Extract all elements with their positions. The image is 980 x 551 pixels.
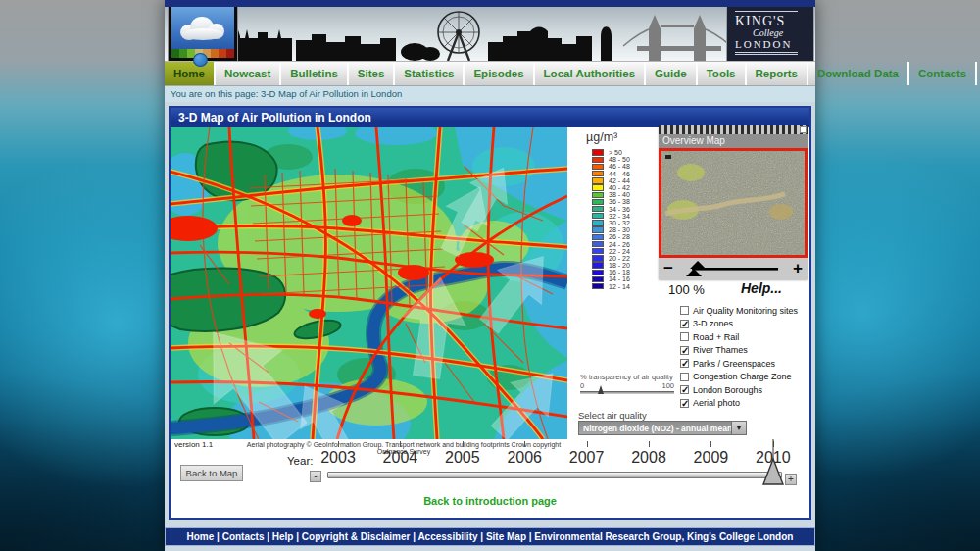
- dropdown-arrow-icon[interactable]: ▼: [732, 421, 747, 435]
- layer-label: London Boroughs: [693, 385, 762, 395]
- nav-item-episodes[interactable]: Episodes: [465, 62, 534, 85]
- legend-entry: 34 - 36: [592, 206, 630, 213]
- nav-item-nowcast[interactable]: Nowcast: [216, 62, 281, 85]
- checkbox-icon[interactable]: ✓: [680, 399, 689, 408]
- year-slider-handle[interactable]: [761, 439, 785, 486]
- year-2005[interactable]: 2005: [431, 449, 494, 467]
- zoom-out-button[interactable]: −: [663, 259, 673, 278]
- legend-value: 28 - 30: [609, 226, 630, 233]
- checkbox-icon[interactable]: ✓: [680, 359, 689, 368]
- year-2003[interactable]: 2003: [307, 449, 369, 467]
- layer-label: River Thames: [693, 345, 748, 355]
- layer-toggle-congestion-charge-zone[interactable]: Congestion Charge Zone: [680, 371, 798, 384]
- layer-label: Aerial photo: [693, 398, 740, 408]
- pollutant-dropdown[interactable]: Nitrogen dioxide (NO2) - annual mean ▼: [578, 421, 747, 435]
- legend-value: 16 - 18: [609, 269, 630, 276]
- year-2009[interactable]: 2009: [679, 449, 742, 467]
- legend-value: 24 - 26: [609, 241, 630, 248]
- back-to-introduction-link[interactable]: Back to introduction page: [171, 495, 809, 507]
- layer-label: Road + Rail: [693, 332, 739, 342]
- year-2004[interactable]: 2004: [368, 449, 431, 467]
- scale-segment: [179, 49, 187, 58]
- nav-item-guide[interactable]: Guide: [646, 62, 698, 85]
- nav-item-sites[interactable]: Sites: [349, 62, 396, 85]
- content-panel: 3-D Map of Air Pollution in London: [169, 106, 811, 520]
- legend-value: 22 - 24: [609, 248, 630, 255]
- version-label: version 1.1: [174, 440, 213, 449]
- legend-swatch: [592, 262, 604, 268]
- layer-label: Air Quality Monitoring sites: [693, 306, 798, 316]
- year-2007[interactable]: 2007: [556, 449, 618, 467]
- legend-swatch: [592, 164, 604, 170]
- year-step-forward-button[interactable]: +: [785, 474, 797, 485]
- checkbox-icon[interactable]: [680, 332, 689, 341]
- zoom-in-button[interactable]: +: [793, 259, 803, 278]
- nav-item-bulletins[interactable]: Bulletins: [281, 62, 349, 85]
- transparency-scale: 0 100: [580, 381, 674, 390]
- layer-toggle-london-boroughs[interactable]: ✓London Boroughs: [680, 383, 798, 397]
- zoom-slider[interactable]: [677, 260, 789, 277]
- checkbox-icon[interactable]: [680, 306, 689, 315]
- legend-swatch: [592, 276, 604, 282]
- pollution-map[interactable]: [171, 127, 567, 439]
- transparency-slider-handle[interactable]: [598, 385, 604, 394]
- legend-swatch: [592, 241, 604, 247]
- checkbox-icon[interactable]: ✓: [680, 346, 689, 355]
- checkbox-icon[interactable]: ✓: [680, 385, 689, 394]
- layer-toggle-aerial-photo[interactable]: ✓Aerial photo: [680, 397, 798, 411]
- nav-item-local-authorities[interactable]: Local Authorities: [535, 62, 647, 85]
- logo-line-2: College: [753, 27, 813, 38]
- checkbox-icon[interactable]: [680, 373, 689, 381]
- page-title: 3-D Map of Air Pollution in London: [171, 108, 809, 127]
- breadcrumb-text: You are on this page: 3-D Map of Air Pol…: [171, 88, 402, 99]
- legend-entry: 36 - 38: [592, 198, 630, 205]
- year-slider-track[interactable]: [327, 472, 782, 478]
- layer-toggle-river-thames[interactable]: ✓River Thames: [680, 344, 798, 358]
- year-tick: [463, 441, 464, 447]
- nav-item-tools[interactable]: Tools: [698, 62, 747, 85]
- nav-item-statistics[interactable]: Statistics: [395, 62, 465, 85]
- layer-toggle-road-rail[interactable]: Road + Rail: [680, 330, 798, 344]
- overview-map-thumbnail[interactable]: [659, 148, 808, 258]
- back-to-map-button[interactable]: Back to Map: [180, 465, 243, 481]
- overview-map-panel: Overview Map: [659, 125, 808, 279]
- year-2006[interactable]: 2006: [493, 449, 556, 467]
- legend-swatch: [592, 283, 604, 289]
- pollutant-selected-value: Nitrogen dioxide (NO2) - annual mean: [578, 421, 732, 435]
- legend-entry: 22 - 24: [592, 248, 630, 255]
- legend-swatch: [592, 234, 604, 240]
- layer-label: Parks / Greenspaces: [693, 359, 775, 369]
- nav-item-contacts[interactable]: Contacts: [909, 62, 977, 85]
- legend-swatch: [592, 157, 604, 163]
- nav-item-home[interactable]: Home: [165, 62, 216, 85]
- legend-value: > 50: [609, 149, 622, 156]
- legend-entry: 26 - 28: [592, 233, 630, 240]
- footer-links[interactable]: Home | Contacts | Help | Copyright & Dis…: [187, 531, 794, 542]
- cloud-icon: [180, 17, 225, 40]
- layer-toggle-3-d-zones[interactable]: ✓3-D zones: [680, 318, 798, 331]
- help-link[interactable]: Help...: [741, 280, 782, 296]
- nav-item-reports[interactable]: Reports: [747, 62, 808, 85]
- year-tick: [400, 441, 401, 447]
- legend-entry: 40 - 42: [592, 184, 630, 191]
- legend-swatch: [592, 149, 604, 155]
- transparency-slider[interactable]: [580, 391, 674, 394]
- kings-college-logo[interactable]: KING'S College LONDON: [727, 7, 813, 61]
- legend-value: 14 - 16: [609, 276, 630, 282]
- browser-page: KING'S College LONDON HomeNowcastBulleti…: [165, 0, 815, 551]
- nav-item-download-data[interactable]: Download Data: [808, 62, 909, 85]
- legend-entry: 16 - 18: [592, 269, 630, 276]
- panel-minimize-button[interactable]: [800, 126, 807, 133]
- legend-swatch: [592, 199, 604, 205]
- year-tick: [338, 441, 339, 447]
- legend-value: 12 - 14: [609, 283, 630, 290]
- year-step-back-button[interactable]: -: [310, 471, 321, 482]
- legend-value: 38 - 40: [609, 191, 630, 198]
- transparency-max-label: 100: [662, 381, 674, 390]
- legend-swatch: [592, 192, 604, 198]
- year-2008[interactable]: 2008: [617, 449, 680, 467]
- panel-drag-handle[interactable]: [659, 125, 808, 134]
- layer-toggle-air-quality-monitoring-sites[interactable]: Air Quality Monitoring sites: [680, 304, 798, 318]
- layer-toggle-parks-greenspaces[interactable]: ✓Parks / Greenspaces: [680, 357, 798, 371]
- checkbox-icon[interactable]: ✓: [680, 320, 689, 328]
